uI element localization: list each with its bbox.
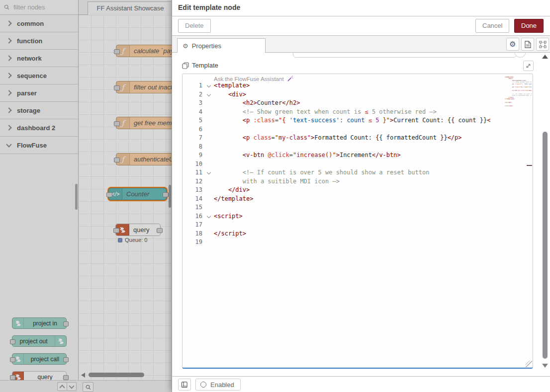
code-line-3[interactable]: 3 <h2>Counter</h2> — [183, 99, 533, 108]
palette-node-project-out[interactable]: project out — [12, 335, 67, 347]
palette-category-dashboard-2[interactable]: dashboard 2 — [0, 119, 78, 137]
palette-category-sequence[interactable]: sequence — [0, 67, 78, 84]
done-button[interactable]: Done — [514, 19, 544, 33]
line-number: 17 — [183, 221, 205, 230]
editor-resize-handle[interactable] — [526, 361, 532, 367]
code-line-2[interactable]: 2 <div> — [183, 90, 533, 99]
selection-box-icon — [539, 41, 547, 48]
cancel-button[interactable]: Cancel — [475, 19, 509, 33]
code-line-12[interactable]: 12 with a suitible MDI icon —> — [183, 177, 533, 186]
fold-chevron-icon[interactable] — [205, 168, 214, 177]
node-port[interactable] — [10, 375, 15, 380]
chevron-down-icon — [6, 142, 11, 147]
node-appearance-button[interactable] — [536, 38, 549, 51]
expand-editor-button[interactable] — [523, 61, 534, 71]
node-port[interactable] — [106, 192, 112, 197]
fold-chevron-icon[interactable] — [205, 90, 214, 99]
code-line-7[interactable]: 7 <p class="my-class">Formatted Count: {… — [183, 134, 533, 143]
palette-category-parser[interactable]: parser — [0, 84, 78, 102]
line-number: 3 — [183, 99, 205, 108]
flow-node-query[interactable]: query — [115, 224, 161, 236]
node-port[interactable] — [114, 49, 120, 54]
delete-button[interactable]: Delete — [178, 19, 211, 33]
function-icon: ƒ — [121, 47, 124, 56]
node-port[interactable] — [114, 121, 120, 126]
palette-category-function[interactable]: function — [0, 32, 78, 50]
flow-tab[interactable]: FF Assistant Showcase — [88, 1, 172, 15]
flow-node-filter-out-inacti[interactable]: ƒfilter out inacti — [116, 81, 172, 93]
node-red-editor: commonfunctionnetworksequenceparserstora… — [0, 0, 550, 392]
node-port[interactable] — [163, 192, 169, 197]
node-description-button[interactable] — [521, 38, 534, 51]
expand-all-button[interactable] — [67, 382, 77, 391]
node-port[interactable] — [63, 357, 69, 362]
code-line-15[interactable]: 15 — [183, 203, 533, 212]
status-dot-icon — [118, 238, 122, 242]
node-port[interactable] — [63, 375, 69, 380]
palette-node-project-in[interactable]: project in — [12, 317, 67, 329]
enabled-toggle-button[interactable]: Enabled — [195, 379, 241, 391]
code-line-11[interactable]: 11 <!— If count is over 5 we should show… — [183, 168, 533, 177]
workspace-vertical-scrollbar[interactable] — [169, 185, 171, 208]
scroll-up-arrow-icon[interactable] — [542, 55, 548, 59]
line-number: 11 — [183, 168, 205, 177]
flow-node-get-free-memo[interactable]: ƒget free memo — [116, 117, 172, 129]
collapse-all-button[interactable] — [57, 382, 67, 391]
editor-minimap[interactable]: <template> <div> <h2>Counter</h2> <!— Sh… — [505, 77, 532, 111]
function-icon: ƒ — [121, 83, 124, 92]
code-line-9[interactable]: 9 <v-btn @click="increase()">Increment</… — [183, 151, 533, 160]
collapse-circle-button[interactable] — [514, 53, 526, 58]
palette-category-storage[interactable]: storage — [0, 102, 78, 119]
fold-spacer — [205, 151, 214, 160]
palette-scrollbar[interactable] — [75, 184, 78, 210]
code-line-13[interactable]: 13 </div> — [183, 186, 533, 195]
node-port[interactable] — [114, 157, 120, 162]
fold-chevron-icon[interactable] — [205, 212, 214, 221]
chevron-right-icon — [6, 107, 11, 113]
node-port[interactable] — [114, 85, 120, 90]
node-port[interactable] — [113, 228, 119, 233]
palette-category-common[interactable]: common — [0, 15, 78, 32]
code-line-4[interactable]: 4 <!— Show green text when count is ≤ 5 … — [183, 108, 533, 117]
flow-node-calculate-pay[interactable]: ƒcalculate `pay — [116, 45, 172, 57]
palette-search[interactable] — [0, 0, 78, 15]
node-port[interactable] — [157, 228, 163, 233]
tab-properties[interactable]: ⚙ Properties — [177, 38, 266, 53]
search-input[interactable] — [12, 3, 69, 11]
line-number: 14 — [183, 195, 205, 204]
template-label: Template — [192, 62, 218, 69]
code-line-6[interactable]: 6 — [183, 125, 533, 134]
node-port[interactable] — [10, 339, 15, 344]
code-line-19[interactable]: 19 — [183, 238, 533, 247]
node-settings-button[interactable]: ⚙ — [506, 38, 519, 51]
node-help-button[interactable] — [178, 379, 191, 391]
workspace-horizontal-scrollbar[interactable] — [79, 372, 172, 378]
flowfuse-logo-icon — [14, 374, 21, 380]
dialog-scroll-thumb[interactable] — [543, 132, 548, 359]
scroll-left-arrow-icon[interactable] — [81, 373, 85, 378]
code-line-17[interactable]: 17 — [183, 221, 533, 230]
code-line-14[interactable]: 14</template> — [183, 195, 533, 204]
flow-node-authenticateU[interactable]: ƒauthenticateU — [116, 153, 172, 165]
node-port[interactable] — [10, 357, 15, 362]
code-editor[interactable]: Ask the FlowFuse Assistant 1<template>2 … — [182, 74, 533, 369]
horizontal-scroll-thumb[interactable] — [89, 373, 144, 377]
flow-node-Counter[interactable]: </>Counter — [108, 188, 167, 200]
code-line-8[interactable]: 8 — [183, 143, 533, 152]
fold-spacer — [205, 116, 214, 125]
code-line-5[interactable]: 5 <p :class="{ 'text-success': count ≤ 5… — [183, 116, 533, 125]
palette-category-FlowFuse[interactable]: FlowFuse — [0, 137, 78, 154]
code-line-16[interactable]: 16<script> — [183, 212, 533, 221]
fold-chevron-icon[interactable] — [205, 81, 214, 90]
palette-node-project-call[interactable]: project call — [12, 353, 67, 365]
node-label: Counter — [122, 190, 166, 198]
scroll-down-arrow-icon[interactable] — [542, 364, 548, 368]
zoom-button[interactable] — [83, 382, 93, 392]
code-line-10[interactable]: 10 — [183, 160, 533, 169]
code-line-18[interactable]: 18</script> — [183, 230, 533, 238]
palette-category-network[interactable]: network — [0, 50, 78, 67]
code-line-1[interactable]: 1<template> — [183, 81, 533, 90]
fold-spacer — [205, 238, 214, 247]
node-label: query — [129, 226, 160, 234]
node-port[interactable] — [63, 321, 69, 326]
